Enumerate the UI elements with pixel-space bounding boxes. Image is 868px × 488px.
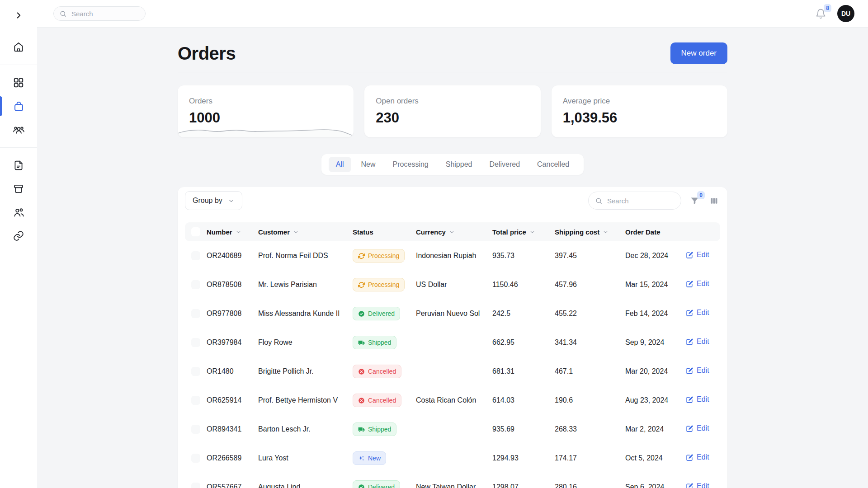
sidebar-item-dashboard[interactable] <box>0 71 37 94</box>
edit-button[interactable]: Edit <box>686 424 709 432</box>
columns-button[interactable] <box>708 195 720 207</box>
sidebar-divider <box>0 65 37 65</box>
sidebar-toggle-button[interactable] <box>12 9 25 22</box>
order-date-cell: Sep 9, 2024 <box>625 338 686 347</box>
edit-button[interactable]: Edit <box>686 280 709 288</box>
status-badge: Delivered <box>353 480 400 488</box>
status-badge: Processing <box>353 249 405 263</box>
sidebar-item-customers[interactable] <box>0 118 37 141</box>
table-row[interactable]: OR894341 Barton Lesch Jr. Shipped 935.69… <box>185 415 720 444</box>
table-row[interactable]: OR397984 Floy Rowe Shipped 662.95 341.34… <box>185 328 720 357</box>
column-header-customer[interactable]: Customer <box>258 228 353 236</box>
row-checkbox[interactable] <box>191 251 200 260</box>
shipping-cost-cell: 341.34 <box>555 338 625 347</box>
table-search-input[interactable] <box>606 197 675 205</box>
edit-button[interactable]: Edit <box>686 251 709 259</box>
table-row[interactable]: OR977808 Miss Alessandra Kunde II Delive… <box>185 299 720 328</box>
sidebar <box>0 0 37 488</box>
edit-button[interactable]: Edit <box>686 366 709 375</box>
table-row[interactable]: OR625914 Prof. Bettye Hermiston V Cancel… <box>185 386 720 415</box>
sparkline-chart <box>178 119 354 137</box>
filter-button[interactable]: 0 <box>689 195 701 207</box>
avatar[interactable]: DU <box>837 5 854 22</box>
group-by-button[interactable]: Group by <box>185 191 242 210</box>
tab-delivered[interactable]: Delivered <box>482 157 527 172</box>
status-badge: Shipped <box>353 336 396 349</box>
row-checkbox[interactable] <box>191 309 200 318</box>
sparkles-icon <box>358 455 365 462</box>
tab-cancelled[interactable]: Cancelled <box>530 157 576 172</box>
customer-cell: Prof. Norma Feil DDS <box>258 252 353 260</box>
table-row[interactable]: OR878508 Mr. Lewis Parisian Processing U… <box>185 270 720 299</box>
edit-button[interactable]: Edit <box>686 338 709 346</box>
chevron-down-icon <box>449 229 455 235</box>
users-icon <box>13 206 25 219</box>
notifications-button[interactable]: 8 <box>815 8 826 19</box>
edit-button[interactable]: Edit <box>686 395 709 404</box>
column-header-total-price[interactable]: Total price <box>492 228 555 236</box>
order-date-cell: Mar 15, 2024 <box>625 281 686 289</box>
truck-icon <box>358 339 365 346</box>
table-search[interactable] <box>588 192 681 210</box>
row-checkbox[interactable] <box>191 425 200 434</box>
columns-icon <box>709 196 719 206</box>
row-checkbox[interactable] <box>191 483 200 488</box>
sidebar-item-documents[interactable] <box>0 154 37 177</box>
dashboard-grid-icon <box>13 77 24 89</box>
column-header-shipping-cost[interactable]: Shipping cost <box>555 228 625 236</box>
table-row[interactable]: OR1480 Brigitte Pollich Jr. Cancelled 68… <box>185 357 720 386</box>
global-search-input[interactable] <box>71 9 140 18</box>
chevron-down-icon <box>228 197 235 204</box>
row-checkbox[interactable] <box>191 280 200 289</box>
shipping-cost-cell: 457.96 <box>555 281 625 289</box>
column-header-number[interactable]: Number <box>207 228 258 236</box>
link-icon <box>13 230 24 242</box>
order-date-cell: Oct 5, 2024 <box>625 454 686 462</box>
sidebar-item-links[interactable] <box>0 224 37 248</box>
shipping-cost-cell: 467.1 <box>555 367 625 375</box>
topbar: 8 DU <box>37 0 868 28</box>
sidebar-item-users[interactable] <box>0 201 37 224</box>
edit-button[interactable]: Edit <box>686 482 709 488</box>
row-checkbox[interactable] <box>191 338 200 347</box>
shipping-cost-cell: 455.22 <box>555 310 625 318</box>
shipping-cost-cell: 174.17 <box>555 454 625 462</box>
truck-icon <box>358 426 365 433</box>
row-checkbox[interactable] <box>191 367 200 376</box>
row-checkbox[interactable] <box>191 454 200 463</box>
tab-shipped[interactable]: Shipped <box>439 157 480 172</box>
table-row[interactable]: OR557667 Augusta Lind Delivered New Taiw… <box>185 473 720 488</box>
row-checkbox[interactable] <box>191 396 200 405</box>
customer-cell: Prof. Bettye Hermiston V <box>258 396 353 404</box>
tab-all[interactable]: All <box>329 157 351 172</box>
column-header-status[interactable]: Status <box>353 228 416 236</box>
global-search[interactable] <box>53 6 146 21</box>
table-row[interactable]: OR266589 Lura Yost New 1294.93 174.17 Oc… <box>185 444 720 473</box>
table-row[interactable]: OR240689 Prof. Norma Feil DDS Processing… <box>185 241 720 270</box>
order-number-cell: OR894341 <box>207 425 258 433</box>
sidebar-item-products[interactable] <box>0 177 37 201</box>
tab-new[interactable]: New <box>354 157 383 172</box>
select-all-checkbox[interactable] <box>191 227 200 236</box>
customer-cell: Floy Rowe <box>258 338 353 347</box>
stat-label: Open orders <box>376 97 529 106</box>
x-circle-icon <box>358 368 365 375</box>
customer-cell: Augusta Lind <box>258 483 353 488</box>
column-header-currency[interactable]: Currency <box>416 228 492 236</box>
status-badge: Delivered <box>353 307 400 320</box>
edit-icon <box>686 251 693 259</box>
main-area: Orders New order Orders 1000 Open orders… <box>37 28 868 488</box>
sidebar-item-home[interactable] <box>0 35 37 59</box>
order-number-cell: OR557667 <box>207 483 258 488</box>
chevron-down-icon <box>293 229 299 235</box>
edit-icon <box>686 425 693 432</box>
order-date-cell: Feb 14, 2024 <box>625 310 686 318</box>
document-icon <box>13 160 24 171</box>
edit-button[interactable]: Edit <box>686 453 709 461</box>
tab-processing[interactable]: Processing <box>386 157 436 172</box>
column-header-order-date[interactable]: Order Date <box>625 228 686 236</box>
edit-button[interactable]: Edit <box>686 309 709 317</box>
new-order-button[interactable]: New order <box>670 42 727 64</box>
sidebar-item-orders[interactable] <box>0 94 37 118</box>
shipping-cost-cell: 280.16 <box>555 483 625 488</box>
